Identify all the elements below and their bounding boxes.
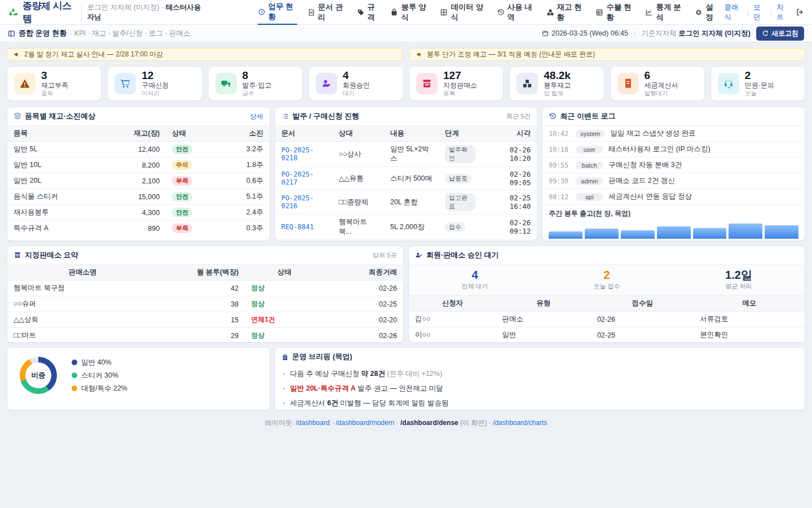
login-context: 로그인 지자체 (미지정) · 테스터사용자님: [81, 3, 206, 22]
sellers-panel-title: 지정판매소 요약: [14, 250, 78, 260]
approvals-panel: 회원·판매소 승인 대기 4전체 대기 2오늘 접수 1.2일평균 처리 신청자…: [408, 246, 805, 343]
megaphone-icon: [416, 51, 423, 58]
nav-item-ledger[interactable]: 수불 현황: [595, 0, 635, 25]
layout-link-classic[interactable]: 클래식: [724, 3, 743, 22]
layout-link-chart[interactable]: 차트: [776, 3, 789, 22]
item-qty: 8,200: [142, 161, 160, 169]
nav-item-bag-forms[interactable]: 봉투 양식: [390, 0, 430, 25]
table-row[interactable]: 일반 5L12,400안전3.2주: [7, 142, 270, 157]
seller-name: □□마트: [14, 331, 36, 339]
brand[interactable]: 종량제 시스템: [8, 0, 76, 25]
refresh-button[interactable]: 새로고침: [756, 27, 804, 41]
store-icon: [14, 251, 21, 259]
item-name: 일반 20L: [14, 177, 41, 185]
table-row[interactable]: △△상회15연체1건02-20: [7, 312, 403, 328]
log-tag-badge: user: [576, 146, 603, 154]
table-row[interactable]: PO-2025-0216□□종량제20L 혼합입고완료02-25 16:40: [275, 190, 537, 214]
stage-badge: 납품중: [445, 174, 471, 183]
megaphone-icon: [13, 51, 20, 58]
kpi-card-sellers[interactable]: 127지정판매소등록: [409, 66, 504, 101]
table-row[interactable]: REQ-8841행복마트 북...5L 2,000장접수02-26 09:12: [275, 214, 537, 240]
alert-triangle-icon: [14, 73, 36, 94]
log-tag-badge: system: [576, 130, 604, 138]
top-navbar: 종량제 시스템 로그인 지자체 (미지정) · 테스터사용자님 업무 현황 문서…: [0, 0, 812, 25]
table-row[interactable]: 김○○판매소02-26서류검토: [409, 312, 805, 327]
nav-item-usage[interactable]: 사용 내역: [497, 0, 536, 25]
doc-link[interactable]: REQ-8841: [281, 223, 314, 231]
footer-link-modern[interactable]: /dashboard/modern: [336, 419, 394, 427]
footer-link-charts[interactable]: /dashboard/charts: [493, 419, 547, 427]
table-row[interactable]: 특수규격 A890부족0.3주: [7, 221, 270, 237]
seller-monthly: 42: [231, 284, 239, 292]
share-panel: 비중 일반 40%스티커 30%대형/특수 22%: [7, 347, 270, 410]
nav-item-data-forms[interactable]: 데이터 양식: [440, 0, 486, 25]
boxes-icon: [517, 73, 538, 94]
table-row[interactable]: REQ-8839○○슈퍼스티커 500처리중02-26 08:45: [275, 240, 537, 242]
doc-link[interactable]: PO-2025-0218: [281, 146, 314, 162]
nav-item-documents[interactable]: 문서 관리: [307, 0, 347, 25]
nav-item-inventory[interactable]: 재고 현황: [546, 0, 586, 25]
seller-monthly: 29: [231, 332, 239, 340]
briefing-item: •세금계산서 6건 미발행 — 담당 회계에 알림 발송됨: [283, 396, 797, 410]
table-row[interactable]: PO-2025-0217△△유통스티커 500매납품중02-26 09:05: [275, 167, 537, 190]
kpi-card-bag-inventory[interactable]: 48.2k봉투재고장 합계: [509, 66, 604, 101]
table-row[interactable]: □□마트29정상02-26: [7, 328, 403, 343]
kpi-card-orders-inbound[interactable]: 8발주·입고금주: [208, 66, 303, 101]
log-message: 구매신청 자동 분배 3건: [608, 160, 682, 170]
truck-icon: [215, 73, 237, 94]
partner-name: △△유통: [339, 174, 364, 182]
kpi-card-complaints[interactable]: 2민원·문의오늘: [710, 66, 805, 101]
table-row[interactable]: ○○슈퍼38정상02-25: [7, 296, 403, 312]
item-name: 일반 5L: [14, 145, 37, 153]
footer-link-dashboard[interactable]: /dashboard: [296, 419, 330, 427]
order-content: 20L 혼합: [390, 198, 418, 206]
log-time: 09:55: [549, 161, 570, 169]
seller-monthly: 15: [231, 316, 239, 324]
nav-item-stats[interactable]: 통계 분석: [645, 0, 685, 25]
log-row: 09:55batch구매신청 자동 분배 3건: [542, 157, 805, 173]
seller-name: ○○슈퍼: [14, 300, 36, 308]
table-row[interactable]: 일반 10L8,200주의1.8주: [7, 157, 270, 173]
table-row[interactable]: 이○○일반02-25본인확인: [409, 327, 805, 343]
bar-수: [621, 230, 655, 239]
applicant-name: 이○○: [415, 331, 431, 339]
item-weeks: 0.6주: [246, 177, 263, 185]
nav-item-specs[interactable]: 규격: [357, 0, 381, 25]
footer-current-layout: /dashboard/dense: [400, 419, 458, 427]
orders-panel-title: 발주 / 구매신청 진행: [281, 111, 359, 121]
doc-link[interactable]: PO-2025-0216: [281, 194, 314, 210]
nav-item-dashboard[interactable]: 업무 현황: [258, 0, 297, 25]
doc-link[interactable]: PO-2025-0217: [281, 170, 314, 186]
recycle-logo-icon: [8, 7, 19, 17]
kpi-card-tax-invoices[interactable]: 6세금계산서발행대기: [610, 66, 705, 101]
logout-icon[interactable]: [796, 8, 804, 16]
calendar-icon: [542, 30, 549, 37]
table-row[interactable]: 재사용봉투4,300안전2.4주: [7, 205, 270, 221]
item-qty: 15,000: [138, 193, 160, 201]
kpi-card-member-approvals[interactable]: 4회원승인대기: [308, 66, 403, 101]
tag-icon: [357, 8, 365, 16]
table-row[interactable]: PO-2025-0218○○상사일반 5L×2박스발주확인02-26 10:20: [275, 142, 537, 167]
stock-panel: 품목별 재고·소진예상 상세 품목 재고(장) 상태 소진 일반 5L12,40…: [7, 107, 270, 241]
gauge-icon: [258, 8, 266, 16]
table-row[interactable]: 행복마트 북구점42정상02-26: [7, 281, 403, 296]
weekly-labels: 월화수목금토일: [549, 240, 798, 241]
table-row[interactable]: 음식물 스티커15,000안전5.1주: [7, 189, 270, 205]
briefing-title: 운영 브리핑 (목업): [281, 352, 352, 362]
item-weeks: 2.4주: [246, 208, 263, 216]
kpi-card-low-stock[interactable]: 3재고부족품목: [7, 66, 102, 101]
stage-badge: 입고완료: [445, 193, 475, 211]
layout-link-modern[interactable]: 모던: [753, 3, 766, 22]
table-row[interactable]: 일반 20L2,100부족0.6주: [7, 173, 270, 189]
nav-item-settings[interactable]: 설정: [695, 0, 718, 25]
page-title: 종합 운영 현황: [8, 28, 67, 38]
kpi-card-purchase-requests[interactable]: 12구매신청미처리: [107, 66, 202, 101]
list-icon: [281, 112, 289, 120]
status-badge: 부족: [172, 224, 192, 233]
partner-name: 행복마트 북...: [339, 218, 367, 235]
item-qty: 2,100: [142, 177, 160, 185]
stock-detail-link[interactable]: 상세: [250, 112, 263, 121]
applicant-type: 판매소: [502, 315, 523, 323]
order-content: 5L 2,000장: [390, 223, 425, 231]
stage-badge: 접수: [445, 222, 465, 232]
